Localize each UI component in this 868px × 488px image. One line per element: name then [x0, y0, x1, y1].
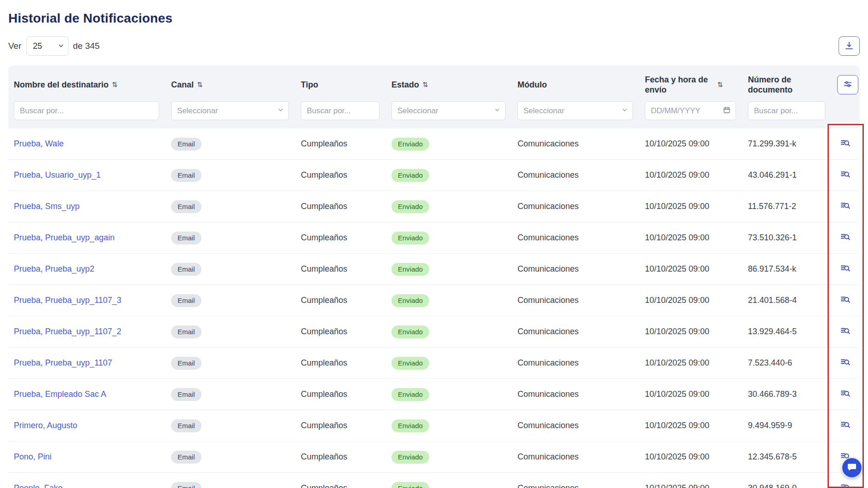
recipient-name-link[interactable]: Prueba, Prueba_uyp_1107_2	[14, 327, 121, 336]
status-badge: Enviado	[391, 294, 429, 307]
view-details-icon	[840, 169, 851, 181]
type-cell: Cumpleaños	[301, 389, 347, 399]
sort-icon: ⇅	[112, 81, 118, 89]
module-cell: Comunicaciones	[517, 483, 579, 488]
status-badge: Enviado	[391, 200, 429, 213]
recipient-name-link[interactable]: Prueba, Prueba_uyp_1107_3	[14, 296, 121, 305]
sent-datetime-cell: 10/10/2025 09:00	[645, 421, 709, 430]
view-details-icon	[840, 263, 851, 275]
status-badge: Enviado	[391, 419, 429, 432]
document-number-cell: 7.523.440-6	[748, 358, 792, 367]
recipient-name-link[interactable]: Prueba, Usuario_uyp_1	[14, 170, 101, 180]
recipient-name-link[interactable]: Prueba, Wale	[14, 139, 63, 148]
type-cell: Cumpleaños	[301, 264, 347, 273]
type-cell: Cumpleaños	[301, 358, 347, 367]
document-number-cell: 21.401.568-4	[748, 296, 797, 305]
channel-badge: Email	[171, 482, 201, 488]
document-number-cell: 73.510.326-1	[748, 233, 797, 242]
filter-fecha-date-input[interactable]: DD/MM/YYYY	[645, 101, 736, 120]
sent-datetime-cell: 10/10/2025 09:00	[645, 452, 709, 461]
column-header-actions	[832, 75, 865, 94]
type-cell: Cumpleaños	[301, 327, 347, 336]
type-cell: Cumpleaños	[301, 452, 347, 461]
module-cell: Comunicaciones	[517, 421, 579, 430]
status-badge: Enviado	[391, 451, 429, 464]
view-details-button[interactable]	[837, 198, 854, 215]
column-header-fecha[interactable]: Fecha y hora de envío ⇅	[639, 75, 742, 95]
status-badge: Enviado	[391, 232, 429, 244]
column-header-documento: Número de documento	[742, 75, 832, 95]
status-badge: Enviado	[391, 325, 429, 338]
view-details-button[interactable]	[837, 230, 854, 246]
document-number-cell: 12.345.678-5	[748, 452, 797, 461]
column-header-canal[interactable]: Canal ⇅	[166, 80, 295, 90]
status-badge: Enviado	[391, 138, 429, 151]
view-details-icon	[840, 325, 851, 338]
table-row: Prueba, Prueba_uyp2 Email Cumpleaños Env…	[8, 254, 860, 285]
module-cell: Comunicaciones	[517, 202, 579, 211]
filter-estado-select[interactable]: Seleccionar	[391, 101, 506, 120]
filter-modulo-select[interactable]: Seleccionar	[517, 101, 633, 120]
view-details-button[interactable]	[837, 292, 854, 309]
recipient-name-link[interactable]: People, Fake	[14, 483, 63, 488]
chat-widget-button[interactable]	[841, 457, 862, 478]
view-details-button[interactable]	[837, 418, 854, 434]
recipient-name-link[interactable]: Prueba, Empleado Sac A	[14, 389, 106, 399]
channel-badge: Email	[171, 263, 201, 276]
recipient-name-link[interactable]: Primero, Augusto	[14, 421, 77, 430]
module-cell: Comunicaciones	[517, 389, 579, 399]
channel-badge: Email	[171, 357, 201, 370]
document-number-cell: 30.948.169-0	[748, 483, 797, 488]
document-number-cell: 11.576.771-2	[748, 202, 796, 211]
channel-badge: Email	[171, 451, 201, 464]
filter-canal-select[interactable]: Seleccionar	[171, 101, 289, 120]
page-title: Historial de Notificaciones	[8, 11, 860, 26]
page-size-select[interactable]: 25	[26, 36, 69, 56]
recipient-name-link[interactable]: Pono, Pini	[14, 452, 52, 461]
table-controls: Ver 25 de 345	[8, 36, 860, 56]
type-cell: Cumpleaños	[301, 483, 347, 488]
column-header-modulo: Módulo	[512, 80, 639, 90]
view-details-button[interactable]	[837, 167, 854, 184]
view-details-button[interactable]	[837, 480, 854, 488]
recipient-name-link[interactable]: Prueba, Prueba_uyp_again	[14, 233, 115, 242]
module-cell: Comunicaciones	[517, 327, 579, 336]
document-number-cell: 43.046.291-1	[748, 170, 797, 180]
recipient-name-link[interactable]: Prueba, Prueba_uyp2	[14, 264, 94, 273]
channel-badge: Email	[171, 200, 201, 213]
sent-datetime-cell: 10/10/2025 09:00	[645, 233, 709, 242]
document-number-cell: 86.917.534-k	[748, 264, 796, 273]
table-settings-button[interactable]	[837, 75, 858, 94]
sort-icon: ⇅	[717, 81, 723, 89]
filter-nombre-input[interactable]	[14, 101, 159, 120]
status-badge: Enviado	[391, 169, 429, 182]
recipient-name-link[interactable]: Prueba, Prueba_uyp_1107	[14, 358, 112, 367]
view-details-button[interactable]	[837, 386, 854, 403]
view-details-icon	[840, 482, 851, 488]
export-download-button[interactable]	[839, 36, 860, 56]
column-header-nombre[interactable]: Nombre del destinatario ⇅	[8, 80, 166, 90]
view-details-button[interactable]	[837, 324, 854, 340]
filter-tipo-input[interactable]	[301, 101, 379, 120]
module-cell: Comunicaciones	[517, 296, 579, 305]
module-cell: Comunicaciones	[517, 233, 579, 242]
column-header-estado[interactable]: Estado ⇅	[386, 80, 512, 90]
view-details-button[interactable]	[837, 355, 854, 372]
channel-badge: Email	[171, 325, 201, 338]
view-details-button[interactable]	[837, 136, 854, 152]
view-details-icon	[840, 138, 851, 150]
view-details-button[interactable]	[837, 261, 854, 278]
page-size-label: Ver	[8, 41, 22, 51]
sort-icon: ⇅	[197, 81, 203, 89]
module-cell: Comunicaciones	[517, 264, 579, 273]
table-row: Primero, Augusto Email Cumpleaños Enviad…	[8, 410, 860, 442]
total-count-label: de 345	[73, 41, 100, 51]
column-header-tipo: Tipo	[295, 80, 386, 90]
notifications-table: Nombre del destinatario ⇅ Canal ⇅ Tipo E…	[8, 65, 860, 488]
table-row: Prueba, Usuario_uyp_1 Email Cumpleaños E…	[8, 160, 860, 191]
channel-badge: Email	[171, 169, 201, 182]
table-row: People, Fake Email Cumpleaños Enviado Co…	[8, 473, 860, 488]
recipient-name-link[interactable]: Prueba, Sms_uyp	[14, 202, 80, 211]
filter-sliders-icon	[843, 79, 853, 91]
filter-documento-input[interactable]	[748, 101, 825, 120]
